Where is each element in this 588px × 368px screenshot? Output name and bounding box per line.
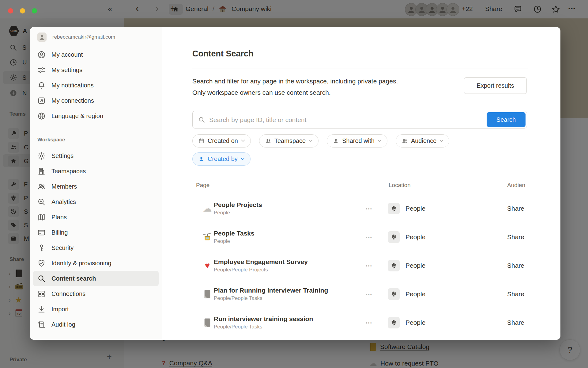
description: Search and filter for any page in the wo… [192, 75, 398, 98]
header-divider [192, 68, 528, 68]
table-row[interactable]: ♥ Employee Engagement SurveyPeople/Peopl… [192, 251, 528, 280]
notion-window: « ‹ › + General / Company wiki +22 Share [0, 0, 588, 368]
account-header: rebeccamcakir@gmail.com [37, 33, 115, 42]
row-menu-icon[interactable]: ••• [366, 320, 372, 325]
content-search-bar: Search [192, 111, 527, 128]
arrow-up-right-icon [37, 96, 46, 105]
cable-car-page-icon [202, 232, 213, 242]
table-row[interactable]: Plan for Running Interviewer TrainingPeo… [192, 280, 528, 308]
column-audience[interactable]: Audien [507, 182, 525, 189]
people-icon [401, 138, 408, 144]
row-menu-icon[interactable]: ••• [366, 206, 372, 211]
globe-icon [37, 111, 46, 121]
filter-teamspace[interactable]: Teamspace [259, 134, 318, 148]
grid-icon [37, 289, 46, 299]
filter-created-by-active[interactable]: Created by [192, 152, 251, 166]
chevron-down-icon [439, 140, 443, 142]
minimize-window-button[interactable] [20, 8, 25, 13]
search-button[interactable]: Search [487, 112, 526, 127]
table-row[interactable]: People TasksPeople ••• People Share [192, 223, 528, 251]
settings-nav-content-search[interactable]: Content search [33, 271, 159, 286]
person-circle-icon [37, 50, 46, 59]
magnifier-plus-icon [37, 197, 46, 207]
scroll-icon [37, 320, 46, 329]
settings-nav-connections[interactable]: Connections [33, 286, 159, 301]
settings-nav-audit-log[interactable]: Audit log [33, 317, 159, 332]
teamspace-flower-icon [388, 231, 400, 243]
row-menu-icon[interactable]: ••• [366, 291, 372, 297]
shield-check-icon [37, 259, 46, 268]
building-icon [37, 167, 46, 176]
heart-page-icon: ♥ [202, 261, 213, 270]
people-icon [37, 182, 46, 191]
column-page[interactable]: Page [196, 182, 209, 189]
filter-created-on[interactable]: Created on [192, 134, 251, 148]
filter-chips-row: Created on Teamspace Shared with Audienc… [192, 134, 449, 148]
person-icon [333, 138, 339, 144]
page-title: Content Search [192, 48, 254, 59]
settings-nav-my-notifications[interactable]: My notifications [33, 78, 159, 93]
content-search-panel: Content Search Search and filter for any… [192, 27, 528, 340]
settings-nav-import[interactable]: Import [33, 301, 159, 317]
bell-icon [37, 81, 46, 90]
chevron-down-icon [378, 140, 382, 142]
chevron-down-icon [241, 158, 245, 160]
page-icon [202, 318, 213, 327]
chevron-down-icon [309, 140, 313, 142]
search-icon [198, 116, 205, 124]
gear-icon [37, 151, 46, 161]
settings-nav-my-settings[interactable]: My settings [33, 62, 159, 78]
close-window-button[interactable] [8, 8, 13, 13]
teamspace-flower-icon [388, 317, 400, 328]
workspace-section-label: Workspace [37, 137, 65, 143]
settings-nav-billing[interactable]: Billing [33, 225, 159, 240]
credit-card-icon [37, 228, 46, 237]
column-location[interactable]: Location [389, 182, 411, 189]
account-avatar [37, 33, 47, 42]
teamspace-flower-icon [388, 260, 400, 271]
settings-nav-settings[interactable]: Settings [33, 148, 159, 163]
people-icon [265, 138, 271, 144]
settings-nav-analytics[interactable]: Analytics [33, 194, 159, 209]
settings-modal: rebeccamcakir@gmail.com My account My se… [30, 27, 560, 340]
settings-nav-my-connections[interactable]: My connections [33, 93, 159, 108]
teamspace-flower-icon [388, 288, 400, 300]
settings-nav-language-region[interactable]: Language & region [33, 108, 159, 124]
chevron-down-icon [241, 140, 245, 142]
settings-nav-plans[interactable]: Plans [33, 209, 159, 225]
content-search-input[interactable] [209, 112, 479, 128]
export-results-button[interactable]: Export results [464, 77, 527, 94]
results-table-header: Page Location Audien [192, 177, 528, 194]
key-icon [37, 243, 46, 253]
settings-nav-teamspaces[interactable]: Teamspaces [33, 163, 159, 179]
magnifier-icon [37, 274, 46, 283]
page-icon [202, 289, 213, 299]
teamspace-flower-icon [388, 203, 400, 214]
settings-sidebar: rebeccamcakir@gmail.com My account My se… [30, 27, 162, 340]
table-row[interactable]: ☁ People ProjectsPeople ••• People Share [192, 194, 528, 223]
table-row[interactable]: Run interviewer training sessionPeople/P… [192, 308, 528, 337]
row-menu-icon[interactable]: ••• [366, 263, 372, 268]
filter-shared-with[interactable]: Shared with [327, 134, 387, 148]
row-menu-icon[interactable]: ••• [366, 234, 372, 240]
settings-nav-members[interactable]: Members [33, 179, 159, 194]
arrow-down-icon [37, 305, 46, 314]
zoom-window-button[interactable] [32, 8, 37, 13]
settings-nav-my-account[interactable]: My account [33, 47, 159, 62]
filter-audience[interactable]: Audience [396, 134, 449, 148]
settings-nav-security[interactable]: Security [33, 240, 159, 255]
calendar-icon [198, 138, 205, 144]
map-icon [37, 213, 46, 222]
cloud-page-icon: ☁ [202, 204, 213, 213]
sliders-icon [37, 65, 46, 75]
account-email: rebeccamcakir@gmail.com [52, 34, 115, 40]
person-icon [198, 156, 205, 162]
settings-nav-identity-provisioning[interactable]: Identity & provisioning [33, 255, 159, 271]
